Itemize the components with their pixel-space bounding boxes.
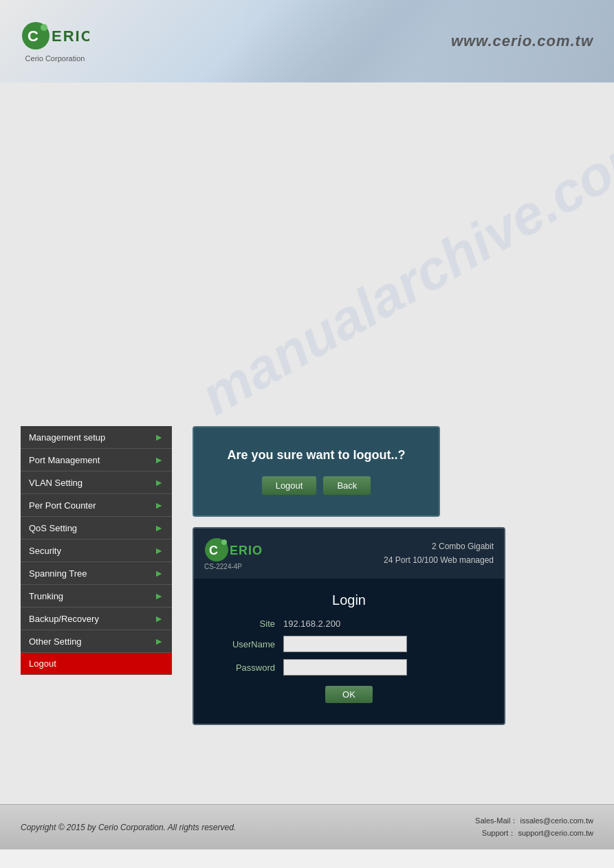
- sidebar-item-label: Other Setting: [29, 636, 82, 647]
- svg-text:C: C: [209, 544, 218, 557]
- sidebar-arrow-icon: ►: [154, 477, 164, 488]
- sidebar-item-other-setting[interactable]: Other Setting►: [21, 630, 172, 653]
- sidebar-item-label: Security: [29, 546, 61, 556]
- password-label: Password: [215, 663, 283, 673]
- cerio-logo: C ERIO: [21, 21, 89, 52]
- site-label: Site: [215, 619, 283, 629]
- username-label: UserName: [215, 639, 283, 649]
- footer-contact: Sales-Mail： issales@cerio.com.tw Support…: [475, 815, 593, 839]
- sidebar-arrow-icon: ►: [154, 636, 164, 647]
- sidebar-item-label: Logout: [29, 658, 56, 669]
- footer-copyright: Copyright © 2015 by Cerio Corporation. A…: [21, 823, 236, 832]
- login-form: Site 192.168.2.200 UserName Password OK: [215, 619, 483, 703]
- sidebar-arrow-icon: ►: [154, 432, 164, 443]
- sidebar-item-label: VLAN Setting: [29, 478, 83, 488]
- sales-mail-value: issales@cerio.com.tw: [520, 816, 593, 825]
- website-url: www.cerio.com.tw: [451, 32, 593, 50]
- sidebar-item-label: Management setup: [29, 432, 105, 443]
- sidebar-item-backup-recovery[interactable]: Backup/Recovery►: [21, 608, 172, 630]
- logo-area: C ERIO Cerio Corporation: [21, 21, 89, 63]
- sidebar-item-per-port-counter[interactable]: Per Port Counter►: [21, 494, 172, 517]
- sidebar-arrow-icon: ►: [154, 500, 164, 511]
- sidebar-item-management-setup[interactable]: Management setup►: [21, 426, 172, 449]
- sidebar-item-label: Per Port Counter: [29, 500, 96, 511]
- support-mail: Support： support@cerio.com.tw: [475, 827, 593, 840]
- sidebar-item-label: QoS Setting: [29, 523, 77, 533]
- sidebar-item-vlan-setting[interactable]: VLAN Setting►: [21, 471, 172, 494]
- product-line2: 24 Port 10/100 Web managed: [384, 554, 494, 567]
- product-line1: 2 Combo Gigabit: [384, 540, 494, 553]
- dialog-buttons: Logout Back: [208, 476, 425, 495]
- sidebar-arrow-icon: ►: [154, 568, 164, 579]
- login-logo: C ERIO CS-2224-4P: [204, 537, 266, 570]
- main-area: Management setup►Port Management►VLAN Se…: [0, 82, 614, 804]
- footer: Copyright © 2015 by Cerio Corporation. A…: [0, 804, 614, 849]
- username-input[interactable]: [283, 636, 407, 652]
- sidebar-item-label: Spanning Tree: [29, 568, 87, 579]
- password-row: Password: [215, 659, 483, 676]
- sales-mail: Sales-Mail： issales@cerio.com.tw: [475, 815, 593, 827]
- sidebar-arrow-icon: ►: [154, 613, 164, 624]
- content-panel: Are you sure want to logout..? Logout Ba…: [172, 426, 593, 790]
- login-panel: C ERIO CS-2224-4P 2 Combo Gigabit 24 Por…: [193, 527, 505, 725]
- sidebar-arrow-icon: ►: [154, 590, 164, 601]
- company-name: Cerio Corporation: [25, 54, 85, 63]
- login-product-info: 2 Combo Gigabit 24 Port 10/100 Web manag…: [384, 540, 494, 566]
- login-header: C ERIO CS-2224-4P 2 Combo Gigabit 24 Por…: [194, 528, 504, 579]
- site-row: Site 192.168.2.200: [215, 619, 483, 629]
- support-label: Support：: [482, 829, 516, 837]
- svg-point-2: [41, 24, 47, 31]
- site-value: 192.168.2.200: [283, 619, 340, 629]
- header: C ERIO Cerio Corporation www.cerio.com.t…: [0, 0, 614, 82]
- sidebar-item-label: Port Management: [29, 455, 100, 465]
- sidebar-item-spanning-tree[interactable]: Spanning Tree►: [21, 562, 172, 585]
- sidebar-arrow-icon: ►: [154, 522, 164, 533]
- sidebar-item-label: Backup/Recovery: [29, 614, 99, 624]
- login-model: CS-2224-4P: [204, 563, 242, 570]
- svg-point-6: [221, 539, 227, 545]
- form-submit: OK: [215, 686, 483, 703]
- logout-confirm-button[interactable]: Logout: [262, 476, 317, 495]
- login-title: Login: [215, 592, 483, 608]
- sidebar-item-qos-setting[interactable]: QoS Setting►: [21, 517, 172, 539]
- password-input[interactable]: [283, 659, 407, 676]
- svg-text:ERIO: ERIO: [52, 27, 89, 45]
- sales-mail-label: Sales-Mail：: [475, 816, 518, 825]
- sidebar-item-label: Trunking: [29, 591, 63, 601]
- sidebar: Management setup►Port Management►VLAN Se…: [21, 426, 172, 790]
- logout-question: Are you sure want to logout..?: [208, 448, 425, 463]
- sidebar-item-trunking[interactable]: Trunking►: [21, 585, 172, 608]
- username-row: UserName: [215, 636, 483, 652]
- back-button[interactable]: Back: [323, 476, 371, 495]
- sidebar-item-logout[interactable]: Logout: [21, 653, 172, 675]
- login-body: Login Site 192.168.2.200 UserName Passwo…: [194, 579, 504, 724]
- svg-text:ERIO: ERIO: [230, 544, 263, 557]
- sidebar-item-security[interactable]: Security►: [21, 539, 172, 562]
- sidebar-arrow-icon: ►: [154, 545, 164, 556]
- svg-text:C: C: [28, 27, 39, 45]
- ok-button[interactable]: OK: [325, 686, 373, 703]
- support-mail-value: support@cerio.com.tw: [518, 829, 593, 837]
- sidebar-item-port-management[interactable]: Port Management►: [21, 449, 172, 471]
- sidebar-arrow-icon: ►: [154, 454, 164, 465]
- logout-dialog: Are you sure want to logout..? Logout Ba…: [193, 426, 440, 517]
